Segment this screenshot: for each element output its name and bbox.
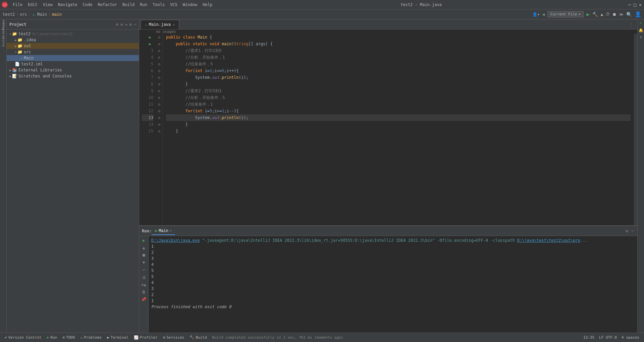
run-panel-toolbar: ⚙ ─ xyxy=(625,228,635,234)
deploy-icon[interactable]: ▲ xyxy=(601,12,603,17)
status-todo[interactable]: ≡ TODO xyxy=(60,335,77,340)
tab-close-icon[interactable]: ✕ xyxy=(173,23,175,26)
status-services[interactable]: ⚙ Services xyxy=(161,335,186,340)
notifications-icon[interactable]: ✔ xyxy=(639,21,643,25)
breadcrumb-src[interactable]: src xyxy=(20,12,27,17)
collapse-all-icon[interactable]: ≡ xyxy=(120,22,123,27)
code-line-7: System.out.println(i); xyxy=(166,74,631,81)
run-trash-icon[interactable]: 🗑 xyxy=(141,289,147,295)
code-editor[interactable]: public class Main { public static void m… xyxy=(163,34,634,225)
run-tab-main[interactable]: ▶ Main ✕ xyxy=(152,227,175,235)
editor-settings-icon[interactable]: ⋮ xyxy=(630,22,633,26)
run-play-icon[interactable]: ▶ xyxy=(142,237,146,243)
menu-refactor[interactable]: Refactor xyxy=(95,2,120,8)
encoding-indicator[interactable]: LF UTF-8 xyxy=(597,335,619,340)
tree-main-java[interactable]: ☕ Main xyxy=(7,55,139,61)
right-area: ☕ Main.java ✕ ⋮ no usages ▶ ▶ xyxy=(139,19,637,333)
code-line-12: for(int i=5;i>=1;i--){ xyxy=(166,108,631,114)
run-scroll-up-icon[interactable]: ▲ xyxy=(142,245,146,251)
editor-body: ▶ ▶ 3 4 5 6 7 8 9 10 11 12 13 14 xyxy=(139,34,637,225)
inspection-icon[interactable]: 🔔 xyxy=(639,28,643,32)
menu-window[interactable]: Window xyxy=(180,2,200,8)
code-line-6: for(int i=1;i<=5;i++){ xyxy=(166,67,631,74)
menu-view[interactable]: View xyxy=(40,2,55,8)
menu-vcs[interactable]: VCS xyxy=(167,2,180,8)
tree-root[interactable]: ▾ 📁 test2 D:\java\test\test2 xyxy=(7,31,139,37)
vcs-icon: ✔ xyxy=(5,335,7,340)
more-icon[interactable]: ≫ xyxy=(619,12,624,17)
editor-scrollbar[interactable] xyxy=(634,34,637,225)
right-panel-icon[interactable]: ⚙ xyxy=(639,35,643,39)
tree-test2-iml[interactable]: 📄 test2.iml xyxy=(7,61,139,67)
minimize-button[interactable]: ─ xyxy=(627,2,632,7)
expand-all-icon[interactable]: ⊕ xyxy=(116,22,118,27)
status-problems[interactable]: ⚠ Problems xyxy=(78,335,104,340)
update-icon[interactable]: 👤▾ xyxy=(532,12,540,17)
menu-navigate[interactable]: Navigate xyxy=(55,2,80,8)
menu-code[interactable]: Code xyxy=(80,2,95,8)
status-version-control[interactable]: ✔ Version Control xyxy=(3,335,44,340)
back-icon[interactable]: ◀ xyxy=(542,12,545,17)
app-logo: IJ xyxy=(1,1,8,8)
tree-scratches[interactable]: ▶ 📝 Scratches and Consoles xyxy=(7,73,139,79)
terminal-icon: ▶ xyxy=(107,335,109,340)
code-line-10: //分析，开始条件，5 xyxy=(166,94,631,101)
current-file-dropdown[interactable]: Current File ▾ xyxy=(547,11,584,17)
stop-icon[interactable]: ⏹ xyxy=(612,12,616,17)
maximize-button[interactable]: □ xyxy=(633,2,637,7)
code-line-11: //结束条件，1 xyxy=(166,101,631,108)
search-icon[interactable]: 🔍 xyxy=(626,12,632,17)
run-print-icon[interactable]: 🖨 xyxy=(141,274,147,280)
code-line-4: //分析，开始条件，1 xyxy=(166,54,631,61)
breadcrumb-main-class[interactable]: ☕ Main xyxy=(32,12,47,17)
menu-tools[interactable]: Tools xyxy=(150,2,167,8)
tree-external-libs[interactable]: ▶ 📚 External Libraries xyxy=(7,67,139,73)
run-out-1b: 1 xyxy=(151,298,635,304)
run-filter-icon[interactable]: ≡▲ xyxy=(141,282,147,288)
user-icon[interactable]: 👤 xyxy=(635,11,641,17)
run-out-2: 2 xyxy=(151,249,635,255)
menu-help[interactable]: Help xyxy=(200,2,215,8)
no-usages-1: no usages xyxy=(139,30,637,34)
breadcrumb-main-method[interactable]: main xyxy=(52,12,62,17)
status-build[interactable]: 🔨 Build xyxy=(187,335,209,340)
run-scroll-down-icon[interactable]: ▼ xyxy=(142,260,146,266)
run-settings-icon[interactable]: ⚙ xyxy=(625,228,629,234)
run-minimize-icon[interactable]: ─ xyxy=(631,228,635,234)
run-icon[interactable]: ▶ xyxy=(586,11,590,17)
run-wrap-icon[interactable]: ↩ xyxy=(142,267,146,273)
menu-build[interactable]: Build xyxy=(120,2,137,8)
close-button[interactable]: ✕ xyxy=(638,2,643,7)
run-out-4b: 4 xyxy=(151,280,635,286)
build-success-msg: Build completed successfully in 1 sec, 7… xyxy=(210,335,345,340)
run-tab-close-icon[interactable]: ✕ xyxy=(170,229,172,232)
scroll-to-icon[interactable]: ⇥ xyxy=(125,22,127,27)
run-out-4: 4 xyxy=(151,262,635,268)
code-line-8: } xyxy=(166,81,631,88)
run-out-3: 3 xyxy=(151,255,635,262)
build-icon[interactable]: 🔨 xyxy=(592,12,598,17)
status-profiler[interactable]: 📈 Profiler xyxy=(132,335,160,340)
svg-text:IJ: IJ xyxy=(3,3,7,7)
services-icon: ⚙ xyxy=(163,335,165,340)
run-stop-icon[interactable]: ⏹ xyxy=(141,252,147,258)
menu-file[interactable]: File xyxy=(10,2,25,8)
tree-src[interactable]: ▾ 📁 src xyxy=(7,49,139,55)
tree-out[interactable]: ▶ 📁 out xyxy=(7,43,139,49)
tab-main-java[interactable]: ☕ Main.java ✕ xyxy=(141,20,179,29)
code-line-3: //需求1，打印1到5 xyxy=(166,47,631,54)
tree-idea[interactable]: ▶ 📁 .idea xyxy=(7,37,139,43)
settings-icon[interactable]: ⚙ xyxy=(129,22,132,27)
status-run[interactable]: ▶ Run xyxy=(45,335,59,340)
menu-run[interactable]: Run xyxy=(137,2,150,8)
indent-indicator[interactable]: 4 spaces xyxy=(620,335,641,340)
line-col-indicator[interactable]: 13:35 xyxy=(581,335,596,340)
profile-icon[interactable]: ⏱ xyxy=(606,12,610,17)
hide-panel-icon[interactable]: ─ xyxy=(134,22,136,27)
problems-icon: ⚠ xyxy=(80,335,83,340)
run-pin-icon[interactable]: 📌 xyxy=(141,296,147,302)
menu-edit[interactable]: Edit xyxy=(25,2,40,8)
breadcrumb-project[interactable]: test2 xyxy=(3,12,15,17)
status-terminal[interactable]: ▶ Terminal xyxy=(105,335,130,340)
bookmarks-sidebar-icon[interactable]: Bookmarks xyxy=(0,36,6,42)
